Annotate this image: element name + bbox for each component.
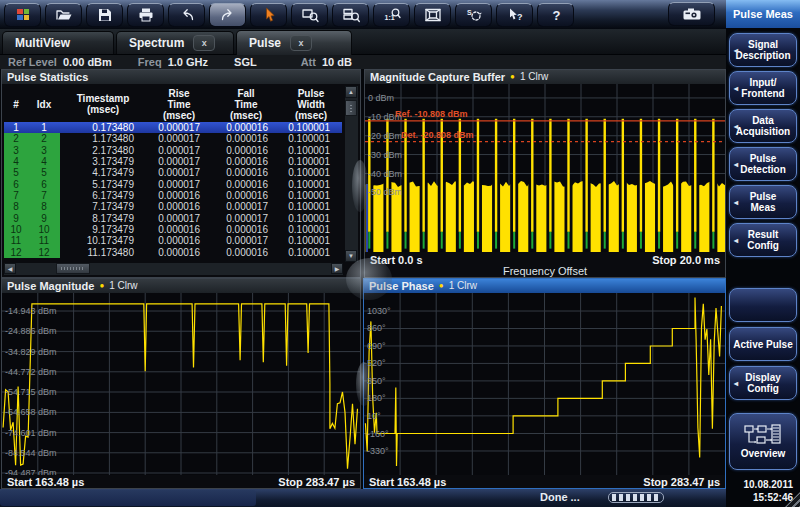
softkey-result-config[interactable]: ◂Result Config: [729, 223, 797, 257]
column-header[interactable]: Idx: [28, 86, 60, 122]
single-sweep-icon: S: [465, 7, 483, 23]
svg-text:?: ?: [552, 7, 560, 22]
splitter-handle-bottom[interactable]: [356, 362, 372, 406]
svg-text:-30 dBm: -30 dBm: [368, 150, 402, 160]
svg-text:-84.544 dBm: -84.544 dBm: [5, 448, 57, 458]
table-cell: 10.173479: [60, 235, 146, 246]
softkey-overview[interactable]: Overview: [729, 413, 797, 470]
printer-icon: [137, 7, 155, 23]
tab-label: Spectrum: [129, 36, 184, 50]
softkey-pulse-detection[interactable]: ◂Pulse Detection: [729, 147, 797, 181]
help-button[interactable]: ?: [537, 3, 574, 27]
table-cell: 0.100001: [280, 247, 342, 258]
undo-button[interactable]: [168, 3, 205, 27]
tab-bar: MultiView Spectrum x Pulse x: [0, 29, 726, 55]
table-cell: 9: [4, 213, 28, 224]
single-sweep-button[interactable]: S: [455, 3, 492, 27]
table-cell: 0.100001: [280, 179, 342, 190]
column-header[interactable]: #: [4, 86, 28, 122]
table-row[interactable]: 111110.1734790.0000160.0000170.100001: [4, 235, 342, 246]
pulse-magnitude-title[interactable]: Pulse Magnitude ● 1 Clrw: [2, 279, 360, 293]
pulse-statistics-title[interactable]: Pulse Statistics: [2, 70, 360, 84]
table-cell: 0.000017: [146, 122, 212, 133]
scroll-thumb[interactable]: [56, 263, 90, 274]
table-row[interactable]: 776.1734790.0000160.0000160.100001: [4, 190, 342, 201]
scroll-left-button[interactable]: ◀: [4, 263, 16, 274]
table-cell: 11: [28, 235, 60, 246]
column-header[interactable]: Timestamp (msec): [60, 86, 146, 122]
print-button[interactable]: [127, 3, 164, 27]
table-cell: 0.173480: [60, 122, 146, 133]
zoom-button[interactable]: [291, 3, 328, 27]
open-button[interactable]: [45, 3, 82, 27]
multi-window-zoom-button[interactable]: [332, 3, 369, 27]
table-row[interactable]: 998.1734790.0000170.0000170.100001: [4, 213, 342, 224]
windows-start-button[interactable]: [4, 3, 41, 27]
softkey-active-pulse[interactable]: Active Pulse: [729, 327, 797, 361]
context-help-button[interactable]: ?: [496, 3, 533, 27]
trace-label: 1 Clrw: [520, 70, 548, 84]
tab-multiview[interactable]: MultiView: [2, 31, 114, 54]
table-cell: 9: [28, 213, 60, 224]
capture-buffer-title[interactable]: Magnitude Capture Buffer ● 1 Clrw: [365, 70, 725, 84]
stats-horizontal-scrollbar[interactable]: ◀ ▶: [4, 263, 343, 275]
capture-buffer-plot[interactable]: 0 dBm-10 dBm-20 dBm-30 dBm-40 dBm-50 dBm…: [365, 84, 725, 252]
table-row[interactable]: 10109.1734790.0000160.0000160.100001: [4, 224, 342, 235]
scroll-thumb[interactable]: [345, 100, 357, 116]
column-header[interactable]: Rise Time (msec): [146, 86, 212, 122]
softkey-label: Pulse Meas: [750, 191, 777, 213]
svg-text:-160°: -160°: [367, 429, 389, 439]
table-row[interactable]: 665.1734790.0000170.0000160.100001: [4, 179, 342, 190]
tab-close-icon[interactable]: x: [290, 35, 312, 51]
softkey-pulse-meas[interactable]: ◂Pulse Meas: [729, 185, 797, 219]
table-cell: 0.000017: [146, 213, 212, 224]
submenu-arrow-icon: ◂: [734, 378, 738, 389]
select-button[interactable]: [250, 3, 287, 27]
table-row[interactable]: 554.1734790.0000170.0000160.100001: [4, 167, 342, 178]
table-cell: 0.000017: [146, 156, 212, 167]
screenshot-button[interactable]: [668, 2, 715, 26]
table-cell: 1.173480: [60, 133, 146, 144]
table-cell: 0.000017: [212, 235, 280, 246]
tab-label: Pulse: [249, 36, 281, 50]
pulse-phase-title[interactable]: Pulse Phase ● 1 Clrw: [364, 279, 725, 293]
softkey-data-acquisition[interactable]: ◂Data Acquisition: [729, 109, 797, 143]
pulse-magnitude-plot[interactable]: -14.943 dBm-24.886 dBm-34.829 dBm-44.772…: [2, 293, 360, 475]
table-cell: 0.000016: [212, 133, 280, 144]
softkey-display-config[interactable]: ◂Display Config: [729, 366, 797, 400]
column-header[interactable]: Pulse Width (msec): [280, 86, 342, 122]
table-row[interactable]: 443.1734790.0000170.0000160.100001: [4, 156, 342, 167]
table-row[interactable]: 887.1734790.0000160.0000170.100001: [4, 201, 342, 212]
tab-label: MultiView: [15, 36, 70, 50]
scroll-up-button[interactable]: ▲: [345, 86, 357, 98]
splitter-handle-center[interactable]: [346, 258, 392, 300]
tab-close-icon[interactable]: x: [193, 35, 215, 51]
table-row[interactable]: 221.1734800.0000170.0000160.100001: [4, 133, 342, 144]
table-cell: 0.100001: [280, 235, 342, 246]
zoom-off-button[interactable]: 1:1: [373, 3, 410, 27]
table-cell: 8.173479: [60, 213, 146, 224]
scroll-down-button[interactable]: ▼: [345, 250, 357, 262]
redo-button[interactable]: [209, 3, 246, 27]
display-update-button[interactable]: [414, 3, 451, 27]
stats-table-header: #IdxTimestamp (msec)Rise Time (msec)Fall…: [4, 86, 342, 122]
table-row[interactable]: 110.1734800.0000170.0000160.100001: [4, 122, 342, 133]
tab-spectrum[interactable]: Spectrum x: [116, 31, 234, 54]
svg-text:0 dBm: 0 dBm: [368, 93, 394, 103]
splitter-handle-top[interactable]: [352, 160, 368, 212]
phase-stop-label: Stop 283.47 µs: [643, 476, 720, 488]
softkey-signal-description[interactable]: ◂Signal Description: [729, 33, 797, 67]
table-cell: 0.100001: [280, 201, 342, 212]
tab-pulse[interactable]: Pulse x: [236, 30, 352, 55]
column-header[interactable]: Fall Time (msec): [212, 86, 280, 122]
table-cell: 0.000016: [146, 224, 212, 235]
save-button[interactable]: [86, 3, 123, 27]
phase-start-label: Start 163.48 µs: [369, 476, 446, 488]
toolbar: 1:1 S ? ?: [0, 0, 726, 29]
pulse-phase-plot[interactable]: 1030°860°690°520°350°180°10°-160°-330°: [364, 293, 725, 475]
table-row[interactable]: 332.1734800.0000170.0000160.100001: [4, 145, 342, 156]
table-row[interactable]: 121211.1734800.0000160.0000160.100001: [4, 247, 342, 258]
scroll-right-button[interactable]: ▶: [331, 263, 343, 274]
svg-text:-44.772 dBm: -44.772 dBm: [5, 367, 57, 377]
softkey-input-frontend[interactable]: ◂Input/ Frontend: [729, 71, 797, 105]
